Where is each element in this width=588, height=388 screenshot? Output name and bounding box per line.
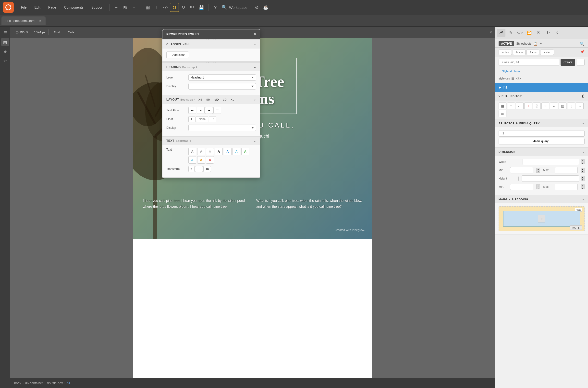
class-input[interactable] — [499, 59, 559, 66]
swatch-warning[interactable]: A — [197, 156, 205, 164]
text-section-header[interactable]: TEXT Bootstrap 4 ⌄ — [162, 137, 260, 145]
size-lg[interactable]: LG — [221, 97, 228, 101]
height-step-down[interactable]: ▼ — [581, 179, 585, 181]
ve-grid-icon[interactable]: ⌧ — [542, 102, 549, 109]
sidebar-components-icon[interactable]: ◆ — [1, 47, 9, 55]
text-align-justify-btn[interactable]: ☰ — [213, 107, 221, 114]
menu-components[interactable]: Components — [61, 4, 87, 11]
ve-padding-icon[interactable]: □ — [507, 102, 515, 109]
fit-btn[interactable]: Fit — [121, 3, 130, 12]
pseudo-hover[interactable]: :hover — [513, 49, 526, 55]
swatch-success[interactable]: A — [241, 148, 249, 155]
swatch-light[interactable]: A — [197, 148, 205, 155]
visual-editor-collapse-icon[interactable]: ❰ — [581, 94, 585, 98]
min-width-step-down[interactable]: ▼ — [536, 170, 540, 173]
visual-editor-header[interactable]: VISUAL EDITOR · · · · · ❰ — [495, 92, 588, 100]
pin-btn[interactable]: 📌 — [580, 49, 585, 55]
selector-media-header[interactable]: SELECTOR & MEDIA QUERY ⌄ — [495, 119, 588, 127]
active-tab[interactable]: ▢ ▣ pinepoems.html × — [1, 16, 45, 25]
transform-TT-btn[interactable]: TT — [195, 166, 203, 172]
pseudo-active[interactable]: :active — [499, 49, 512, 55]
layout-display-select[interactable] — [188, 125, 256, 131]
menu-file[interactable]: File — [18, 4, 30, 11]
float-none-btn[interactable]: None — [196, 116, 209, 122]
max-width-input[interactable] — [555, 167, 578, 173]
cols-btn[interactable]: Cols — [65, 29, 77, 35]
dimension-header[interactable]: DIMENSION ⌄ — [495, 148, 588, 156]
props-close-btn[interactable]: × — [254, 32, 256, 36]
rp-tab-code[interactable]: </> — [516, 29, 524, 37]
stylesheet-copy-icon[interactable]: 📋 — [533, 42, 538, 46]
max-width-step-up[interactable]: ▲ — [581, 168, 585, 170]
min-height-step-down[interactable]: ▼ — [536, 187, 540, 189]
ve-layout-icon[interactable]: ◫ — [559, 102, 566, 109]
width-input[interactable] — [523, 159, 579, 165]
view-layout-btn[interactable]: ▦ — [144, 3, 152, 12]
min-height-step-up[interactable]: ▲ — [536, 184, 540, 187]
classes-section-header[interactable]: CLASSES HTML ⌄ — [162, 40, 260, 48]
min-width-input[interactable] — [510, 167, 533, 173]
pseudo-visited[interactable]: :visited — [540, 49, 554, 55]
level-select[interactable]: Heading 1 Heading 2 Heading 3 — [188, 74, 256, 81]
breadcrumb-h1[interactable]: h1 — [67, 381, 70, 385]
ve-diamond-icon[interactable]: ♦ — [550, 102, 558, 109]
top-indicator[interactable]: Top ▲ — [570, 225, 582, 230]
ve-list-icon[interactable]: ⋮ — [567, 102, 575, 109]
add-class-btn[interactable]: + Add class — [166, 51, 189, 58]
search-icon[interactable]: 🔍 — [580, 42, 585, 46]
breadcrumb-container[interactable]: div.container — [25, 381, 43, 385]
viewport-selector[interactable]: ▢ MD ▼ — [13, 29, 31, 35]
text-size-btn[interactable]: T — [152, 3, 161, 12]
rp-tab-pinegrow[interactable]: ☒ — [534, 29, 543, 37]
text-align-right-btn[interactable]: ⇥ — [205, 107, 213, 114]
max-height-step-up[interactable]: ▲ — [581, 184, 585, 187]
size-sm[interactable]: SM — [205, 97, 212, 101]
float-left-btn[interactable]: L — [188, 116, 196, 122]
min-width-step-up[interactable]: ▲ — [536, 168, 540, 170]
zoom-out-btn[interactable]: − — [112, 3, 121, 12]
coffee-btn[interactable]: ☕ — [261, 3, 270, 12]
rp-tab-edit[interactable]: ✎ — [506, 29, 515, 37]
width-step-up[interactable]: ▲ — [581, 159, 585, 162]
sidebar-navigator-icon[interactable]: ☰ — [1, 29, 9, 37]
swatch-danger[interactable]: A — [206, 156, 214, 164]
tab-close-btn[interactable]: × — [38, 19, 42, 23]
height-step-up[interactable]: ▲ — [581, 176, 585, 179]
code-btn[interactable]: </> — [161, 3, 170, 12]
rp-tab-media[interactable]: 🎦 — [525, 29, 533, 37]
ve-text-icon[interactable]: T — [524, 102, 532, 109]
width-step-down[interactable]: ▼ — [581, 162, 585, 164]
swatch-lighter[interactable]: A — [206, 148, 214, 155]
css-code-icon[interactable]: </> — [516, 76, 521, 80]
max-height-step-down[interactable]: ▼ — [581, 187, 585, 189]
max-width-step-down[interactable]: ▼ — [581, 170, 585, 173]
canvas-close-btn[interactable]: × — [489, 30, 492, 35]
preview-btn[interactable]: 👁 — [188, 3, 196, 12]
sidebar-pages-icon[interactable]: ▤ — [1, 38, 9, 46]
rp-tab-view[interactable]: 👁 — [544, 29, 552, 37]
swatch-primary[interactable]: A — [224, 148, 232, 155]
rp-tab-manage[interactable]: ☇ — [553, 29, 561, 37]
media-query-btn[interactable]: Media query... — [499, 138, 585, 145]
more-options-btn[interactable]: ... — [577, 59, 585, 66]
js-btn[interactable]: JS — [170, 3, 179, 12]
max-height-input[interactable] — [555, 184, 578, 190]
pseudo-focus[interactable]: :focus — [526, 49, 539, 55]
save-btn[interactable]: 💾 — [196, 3, 206, 12]
create-btn[interactable]: Create — [561, 59, 575, 66]
ve-table-icon[interactable]: ⚌ — [499, 110, 506, 117]
stylesheet-expand-icon[interactable]: ▼ — [540, 42, 543, 45]
breadcrumb-body[interactable]: body — [14, 381, 21, 385]
ve-indent-icon[interactable]: → — [576, 102, 584, 109]
text-align-left-btn[interactable]: ⇤ — [188, 107, 196, 114]
swatch-dark[interactable]: A — [215, 148, 223, 155]
swatch-muted[interactable]: A — [188, 148, 196, 155]
menu-page[interactable]: Page — [45, 4, 60, 11]
selector-box[interactable]: ► h1 — [495, 83, 588, 92]
swatch-info2[interactable]: A — [188, 156, 196, 164]
size-xl[interactable]: XL — [229, 97, 236, 101]
margin-padding-header[interactable]: MARGIN & PADDING ⌄ — [495, 195, 588, 203]
help-btn[interactable]: ? — [211, 3, 220, 12]
ve-striped-icon[interactable]: ░ — [533, 102, 541, 109]
min-height-input[interactable] — [510, 184, 533, 190]
